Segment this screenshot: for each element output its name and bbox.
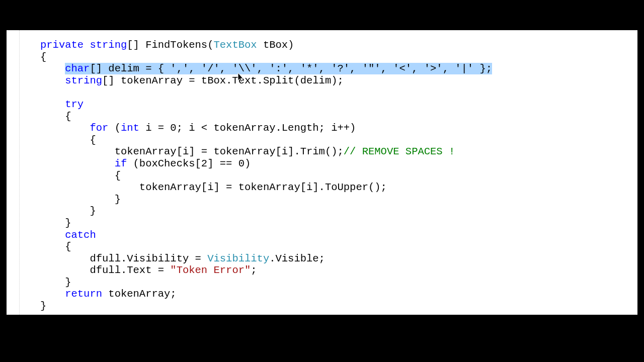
editor-gutter <box>7 30 20 315</box>
code-line: if (boxChecks[2] == 0) <box>40 158 251 169</box>
code-text: dfull.Text = <box>90 264 170 276</box>
code-text: { <box>115 170 121 182</box>
code-line: { <box>40 241 71 252</box>
type-textbox: TextBox <box>213 39 257 51</box>
type-visibility: Visibility <box>207 253 269 264</box>
code-text: [] tokenArray = tBox.Text.Split(delim); <box>102 75 344 86</box>
code-line: tokenArray[i] = tokenArray[i].Trim();// … <box>40 146 455 157</box>
keyword-catch: catch <box>65 229 96 241</box>
code-line: catch <box>40 229 96 241</box>
code-line: dfull.Visibility = Visibility.Visible; <box>40 253 325 264</box>
keyword-int: int <box>121 122 139 134</box>
code-text: dfull.Visibility = <box>90 253 207 264</box>
code-text: tokenArray[i] = tokenArray[i].Trim(); <box>115 146 344 157</box>
code-line: string[] tokenArray = tBox.Text.Split(de… <box>40 75 344 86</box>
code-line-highlighted: char[] delim = { ',', '/', '\\', ':', '*… <box>40 63 492 74</box>
selection: char[] delim = { ',', '/', '\\', ':', '*… <box>65 63 492 74</box>
code-line: } <box>40 300 46 312</box>
keyword-try: try <box>65 99 84 110</box>
code-line: { <box>40 134 96 146</box>
code-line: { <box>40 111 71 122</box>
keyword-private: private <box>40 39 84 51</box>
code-block[interactable]: private string[] FindTokens(TextBox tBox… <box>7 39 637 312</box>
code-text: { <box>65 241 71 252</box>
code-text: tokenArray[i] = tokenArray[i].ToUpper(); <box>139 182 387 193</box>
code-text: .Visible; <box>269 253 325 264</box>
comment: // REMOVE SPACES ! <box>344 146 455 157</box>
keyword-return: return <box>65 288 102 300</box>
code-text: ; <box>251 264 257 276</box>
code-text: } <box>115 194 121 205</box>
keyword-string: string <box>65 75 102 86</box>
code-editor-view: private string[] FindTokens(TextBox tBox… <box>7 30 637 315</box>
code-text: } <box>65 277 71 288</box>
keyword-if: if <box>115 158 127 169</box>
code-line: try <box>40 99 84 110</box>
code-line: private string[] FindTokens(TextBox tBox… <box>40 39 294 51</box>
code-text: } <box>65 217 71 229</box>
keyword-string: string <box>90 39 127 51</box>
code-line: return tokenArray; <box>40 288 177 300</box>
code-text: tokenArray; <box>102 288 177 300</box>
code-line: } <box>40 205 96 217</box>
code-text: { <box>65 111 71 122</box>
keyword-for: for <box>90 122 108 134</box>
code-line: } <box>40 217 71 229</box>
code-text: [] delim = { ',', '/', '\\', ':', '*', '… <box>90 63 492 74</box>
code-text: ( <box>108 122 121 134</box>
code-line: dfull.Text = "Token Error"; <box>40 264 257 276</box>
code-line: { <box>40 51 46 63</box>
string-literal: "Token Error" <box>170 264 251 276</box>
code-text: } <box>90 205 96 217</box>
code-line: } <box>40 277 71 288</box>
keyword-char: char <box>65 63 90 74</box>
code-text: (boxChecks[2] == 0) <box>127 158 251 169</box>
code-text: tBox) <box>257 39 294 51</box>
code-text: i = 0; i < tokenArray.Length; i++) <box>139 122 356 134</box>
code-line: } <box>40 194 121 205</box>
code-line: { <box>40 170 121 182</box>
code-text: [] FindTokens( <box>127 39 213 51</box>
code-line: tokenArray[i] = tokenArray[i].ToUpper(); <box>40 182 387 193</box>
code-text: { <box>90 134 96 146</box>
code-line: for (int i = 0; i < tokenArray.Length; i… <box>40 122 356 134</box>
